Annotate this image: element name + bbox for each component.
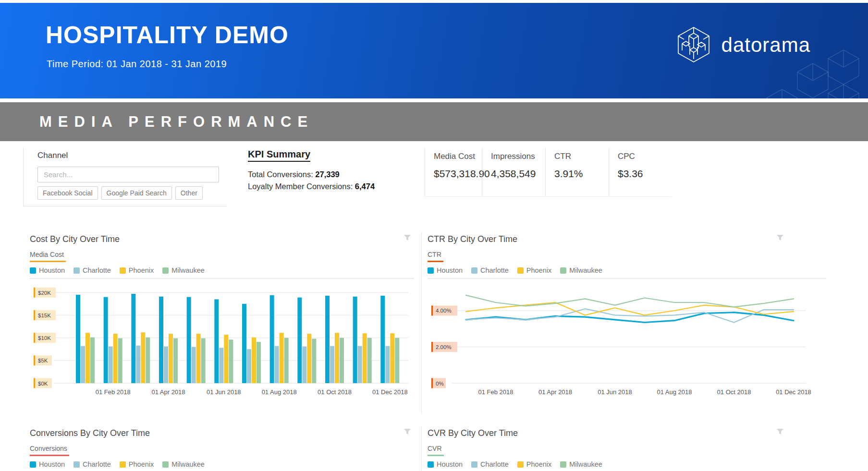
legend-label: Phoenix bbox=[526, 460, 551, 468]
svg-text:2.00%: 2.00% bbox=[436, 344, 452, 350]
chart-column-divider bbox=[421, 232, 422, 414]
kpi-value: $573,318.90 bbox=[434, 168, 482, 180]
page-title: HOSPITALITY DEMO bbox=[46, 21, 289, 49]
filter-funnel-icon[interactable] bbox=[776, 428, 784, 435]
channel-filter-label: Channel bbox=[37, 151, 227, 160]
svg-text:$0K: $0K bbox=[38, 381, 48, 386]
search-input[interactable] bbox=[37, 167, 219, 182]
legend-swatch-icon bbox=[73, 267, 80, 274]
legend-item-charlotte[interactable]: Charlotte bbox=[73, 460, 111, 468]
chip-other[interactable]: Other bbox=[175, 186, 203, 200]
legend-swatch-icon bbox=[120, 461, 126, 468]
conversions-by-city-chart-card: Conversions By City Over Time Conversion… bbox=[30, 424, 414, 471]
legend-label: Phoenix bbox=[129, 266, 154, 274]
kpi-ctr: CTR 3.91% bbox=[545, 148, 609, 196]
svg-text:$15K: $15K bbox=[38, 313, 51, 318]
legend-item-houston[interactable]: Houston bbox=[30, 460, 65, 468]
legend-label: Milwaukee bbox=[569, 460, 602, 468]
svg-text:01 Aug 2018: 01 Aug 2018 bbox=[262, 388, 297, 396]
legend-item-phoenix[interactable]: Phoenix bbox=[120, 266, 154, 274]
chart-title: Cost By City Over Time bbox=[30, 230, 414, 244]
legend-label: Phoenix bbox=[526, 266, 551, 274]
metric-label: Conversions bbox=[30, 445, 69, 456]
legend-swatch-icon bbox=[30, 461, 36, 468]
total-conversions-value: 27,339 bbox=[315, 170, 339, 179]
legend-label: Phoenix bbox=[129, 460, 154, 468]
legend-swatch-icon bbox=[517, 267, 524, 274]
chart-title: CVR By City Over Time bbox=[428, 424, 826, 438]
datorama-cube-logo-icon bbox=[674, 26, 713, 64]
legend-item-milwaukee[interactable]: Milwaukee bbox=[560, 266, 602, 274]
kpi-label: Impressions bbox=[491, 152, 545, 161]
dashboard-page: { "header": { "title": "HOSPITALITY DEMO… bbox=[0, 0, 868, 471]
svg-text:0%: 0% bbox=[436, 381, 444, 386]
legend-label: Houston bbox=[437, 266, 463, 274]
legend-swatch-icon bbox=[162, 267, 169, 274]
ctr-by-city-chart-card: CTR By City Over Time CTR HoustonCharlot… bbox=[428, 230, 826, 405]
chart-title: Conversions By City Over Time bbox=[30, 424, 414, 438]
kpi-value: 4,358,549 bbox=[491, 168, 545, 180]
time-period-label: Time Period: 01 Jan 2018 - 31 Jan 2019 bbox=[47, 59, 227, 70]
kpi-media-cost: Media Cost $573,318.90 bbox=[425, 148, 482, 196]
svg-text:$10K: $10K bbox=[38, 335, 51, 341]
filter-funnel-icon[interactable] bbox=[403, 428, 411, 435]
legend-swatch-icon bbox=[30, 267, 36, 274]
kpi-value: 3.91% bbox=[554, 168, 609, 180]
legend-swatch-icon bbox=[560, 267, 566, 274]
metric-label: CTR bbox=[428, 251, 443, 262]
cvr-by-city-chart-card: CVR By City Over Time CVR HoustonCharlot… bbox=[428, 424, 826, 471]
total-conversions-line: Total Conversions: 27,339 bbox=[248, 169, 375, 181]
chart-column-divider bbox=[421, 426, 422, 471]
legend-label: Charlotte bbox=[480, 266, 509, 274]
svg-text:01 Oct 2018: 01 Oct 2018 bbox=[318, 388, 352, 396]
svg-text:01 Oct 2018: 01 Oct 2018 bbox=[717, 388, 751, 396]
legend-item-phoenix[interactable]: Phoenix bbox=[120, 460, 154, 468]
legend-item-houston[interactable]: Houston bbox=[428, 460, 463, 468]
legend-label: Charlotte bbox=[83, 460, 111, 468]
kpi-summary-title: KPI Summary bbox=[248, 149, 310, 162]
legend-item-houston[interactable]: Houston bbox=[428, 266, 463, 274]
legend-swatch-icon bbox=[560, 461, 566, 468]
svg-text:$5K: $5K bbox=[38, 358, 48, 363]
legend-label: Charlotte bbox=[480, 460, 509, 468]
loyalty-conversions-line: Loyalty Member Conversions: 6,474 bbox=[248, 181, 375, 193]
legend-item-charlotte[interactable]: Charlotte bbox=[471, 266, 509, 274]
legend-item-houston[interactable]: Houston bbox=[30, 266, 65, 274]
legend-label: Milwaukee bbox=[171, 460, 205, 468]
legend-swatch-icon bbox=[517, 461, 524, 468]
brand-logo: datorama bbox=[674, 26, 810, 64]
chip-facebook-social[interactable]: Facebook Social bbox=[37, 186, 98, 200]
svg-text:01 Dec 2018: 01 Dec 2018 bbox=[372, 388, 408, 396]
legend-item-phoenix[interactable]: Phoenix bbox=[517, 460, 551, 468]
legend-item-charlotte[interactable]: Charlotte bbox=[471, 460, 509, 468]
legend-item-milwaukee[interactable]: Milwaukee bbox=[162, 460, 205, 468]
ctr-line-chart[interactable]: 0%2.00%4.00%01 Feb 201801 Apr 201801 Jun… bbox=[428, 279, 812, 405]
cost-bar-chart[interactable]: $0K$5K$10K$15K$20K01 Feb 201801 Apr 2018… bbox=[30, 279, 414, 405]
kpi-label: Media Cost bbox=[434, 152, 482, 161]
svg-text:01 Jun 2018: 01 Jun 2018 bbox=[598, 388, 632, 396]
chip-google-paid-search[interactable]: Google Paid Search bbox=[101, 186, 172, 200]
svg-text:01 Feb 2018: 01 Feb 2018 bbox=[478, 388, 513, 396]
legend-swatch-icon bbox=[471, 461, 477, 468]
section-title: MEDIA PERFORMANCE bbox=[39, 113, 314, 131]
filter-funnel-icon[interactable] bbox=[776, 234, 784, 242]
kpi-summary: KPI Summary Total Conversions: 27,339 Lo… bbox=[248, 149, 375, 193]
chart-legend: HoustonCharlottePhoenixMilwaukee bbox=[30, 266, 414, 274]
legend-label: Milwaukee bbox=[171, 266, 205, 274]
legend-item-phoenix[interactable]: Phoenix bbox=[517, 266, 551, 274]
filter-funnel-icon[interactable] bbox=[403, 234, 411, 242]
legend-swatch-icon bbox=[428, 267, 434, 274]
channel-filter-widget: Channel Facebook Social Google Paid Sear… bbox=[23, 148, 227, 206]
svg-text:01 Apr 2018: 01 Apr 2018 bbox=[151, 388, 185, 396]
section-band: MEDIA PERFORMANCE bbox=[0, 102, 868, 141]
legend-item-milwaukee[interactable]: Milwaukee bbox=[162, 266, 205, 274]
loyalty-conversions-value: 6,474 bbox=[355, 182, 375, 191]
legend-swatch-icon bbox=[162, 461, 169, 468]
legend-item-charlotte[interactable]: Charlotte bbox=[73, 266, 111, 274]
kpi-label: CTR bbox=[554, 152, 609, 161]
svg-text:01 Dec 2018: 01 Dec 2018 bbox=[776, 388, 811, 396]
kpi-cpc: CPC $3.36 bbox=[609, 148, 672, 196]
legend-item-milwaukee[interactable]: Milwaukee bbox=[560, 460, 602, 468]
legend-swatch-icon bbox=[120, 267, 126, 274]
kpi-strip-divider bbox=[425, 196, 672, 197]
